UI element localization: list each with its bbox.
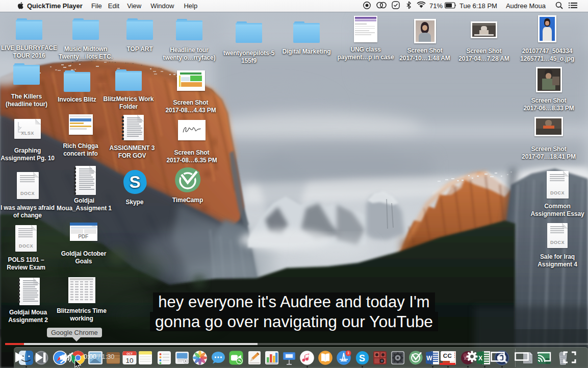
svg-text:10: 10: [125, 357, 133, 364]
svg-text:OCT: OCT: [126, 352, 133, 355]
svg-text:S: S: [129, 173, 140, 191]
svg-text:X: X: [478, 355, 482, 362]
svg-text:W: W: [426, 355, 432, 362]
svg-text:S: S: [359, 353, 365, 363]
svg-text:3: 3: [347, 351, 349, 355]
